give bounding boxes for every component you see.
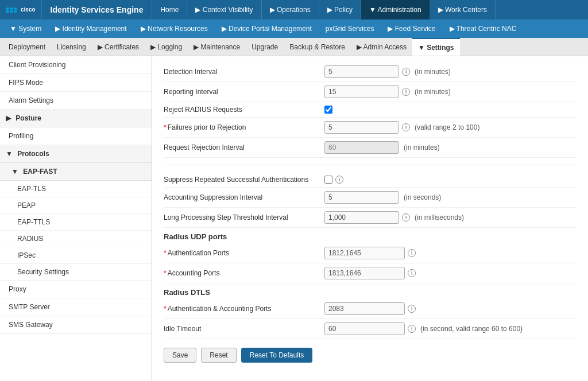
reset-defaults-button[interactable]: Reset To Defaults <box>241 348 313 363</box>
sidebar-smtp-server[interactable]: SMTP Server <box>0 298 152 316</box>
sidebar: Client Provisioning FIPS Mode Alarm Sett… <box>0 56 152 381</box>
info-accounting-ports[interactable]: i <box>408 269 416 277</box>
input-accounting-ports[interactable] <box>324 267 405 279</box>
input-idle-timeout[interactable] <box>324 322 405 335</box>
note-idle-timeout: (in second, valid range 60 to 600) <box>420 325 523 333</box>
nav2-feed-service[interactable]: ▶ Feed Service <box>381 20 442 38</box>
nav-home[interactable]: Home <box>152 0 187 20</box>
checkbox-suppress-auth[interactable] <box>324 176 332 184</box>
label-auth-ports: Authentication Ports <box>164 249 324 257</box>
row-idle-timeout: Idle Timeout i (in second, valid range 6… <box>164 319 577 339</box>
nav-work-centers[interactable]: ▶ Work Centers <box>430 0 496 20</box>
button-row: Save Reset Reset To Defaults <box>164 339 577 366</box>
cisco-text: cisco <box>21 7 36 13</box>
label-long-processing: Long Processing Step Threshold Interval <box>164 213 324 221</box>
nav2-system[interactable]: ▼ System <box>3 20 48 38</box>
nav3-backup-restore[interactable]: Backup & Restore <box>284 38 351 56</box>
sidebar-proxy[interactable]: Proxy <box>0 281 152 298</box>
row-failures-rejection: Failures prior to Rejection i (valid ran… <box>164 118 577 138</box>
top-nav: cisco Identity Services Engine Home ▶ Co… <box>0 0 588 20</box>
input-accounting-suppression[interactable] <box>324 191 399 204</box>
label-auth-accounting-ports: Authentication & Accounting Ports <box>164 305 324 313</box>
nav-policy[interactable]: ▶ Policy <box>319 0 361 20</box>
label-failures-rejection: Failures prior to Rejection <box>164 123 324 131</box>
row-reporting-interval: Reporting Interval i (in minutes) <box>164 82 577 102</box>
nav2-threat-centric[interactable]: ▶ Threat Centric NAC <box>443 20 524 38</box>
info-reporting-interval[interactable]: i <box>402 88 410 96</box>
nav3-upgrade[interactable]: Upgrade <box>246 38 284 56</box>
main-layout: Client Provisioning FIPS Mode Alarm Sett… <box>0 56 588 381</box>
content-area: Detection Interval i (in minutes) Report… <box>152 56 588 381</box>
nav3-licensing[interactable]: Licensing <box>51 38 92 56</box>
cisco-logo-dots <box>6 7 17 13</box>
sidebar-peap[interactable]: PEAP <box>0 197 152 214</box>
row-request-rejection-interval: Request Rejection Interval (in minutes) <box>164 138 577 158</box>
label-detection-interval: Detection Interval <box>164 68 324 76</box>
row-accounting-ports: Accounting Ports i <box>164 263 577 283</box>
sidebar-radius[interactable]: RADIUS <box>0 231 152 247</box>
section-radius-udp: Radius UDP ports <box>164 228 577 243</box>
nav-operations[interactable]: ▶ Operations <box>262 0 319 20</box>
nav3-admin-access[interactable]: ▶ Admin Access <box>351 38 412 56</box>
section-radius-dtls: Radius DTLS <box>164 283 577 299</box>
top-nav-items: Home ▶ Context Visibility ▶ Operations ▶… <box>152 0 588 20</box>
nav-administration[interactable]: ▼ Administration <box>361 0 430 20</box>
input-auth-ports[interactable] <box>324 247 405 259</box>
nav2-identity-mgmt[interactable]: ▶ Identity Management <box>48 20 133 38</box>
sidebar-eap-tls[interactable]: EAP-TLS <box>0 181 152 197</box>
reset-button[interactable]: Reset <box>201 348 236 363</box>
label-accounting-ports: Accounting Ports <box>164 269 324 277</box>
nav3-logging[interactable]: ▶ Logging <box>145 38 188 56</box>
divider-1 <box>164 165 577 165</box>
info-suppress-auth[interactable]: i <box>335 176 343 184</box>
info-idle-timeout[interactable]: i <box>408 325 416 333</box>
sidebar-eap-ttls[interactable]: EAP-TTLS <box>0 214 152 231</box>
app-title: Identity Services Engine <box>42 0 153 20</box>
info-failures-rejection[interactable]: i <box>402 123 410 131</box>
note-request-rejection-interval: (in minutes) <box>404 143 440 151</box>
input-failures-rejection[interactable] <box>324 121 399 134</box>
sidebar-alarm-settings[interactable]: Alarm Settings <box>0 92 152 110</box>
input-auth-accounting-ports[interactable] <box>324 302 405 315</box>
nav2-pxgrid[interactable]: pxGrid Services <box>319 20 381 38</box>
row-detection-interval: Detection Interval i (in minutes) <box>164 62 577 82</box>
nav3-certificates[interactable]: ▶ Certificates <box>92 38 145 56</box>
sidebar-eap-fast[interactable]: ▼ EAP-FAST <box>0 163 152 181</box>
nav2-network-resources[interactable]: ▶ Network Resources <box>134 20 215 38</box>
info-detection-interval[interactable]: i <box>402 68 410 76</box>
label-suppress-auth: Suppress Repeated Successful Authenticat… <box>164 176 324 184</box>
label-idle-timeout: Idle Timeout <box>164 325 324 333</box>
row-accounting-suppression: Accounting Suppression Interval (in seco… <box>164 188 577 208</box>
input-request-rejection-interval[interactable] <box>324 141 399 154</box>
note-accounting-suppression: (in seconds) <box>404 193 441 201</box>
input-long-processing[interactable] <box>324 211 399 224</box>
info-long-processing[interactable]: i <box>402 213 410 221</box>
sidebar-protocols[interactable]: ▼ Protocols <box>0 145 152 163</box>
sidebar-posture[interactable]: ▶ Posture <box>0 110 152 127</box>
note-reporting-interval: (in minutes) <box>415 88 451 96</box>
row-long-processing: Long Processing Step Threshold Interval … <box>164 208 577 228</box>
note-long-processing: (in milliseconds) <box>415 213 464 221</box>
row-auth-accounting-ports: Authentication & Accounting Ports i <box>164 299 577 319</box>
second-nav: ▼ System ▶ Identity Management ▶ Network… <box>0 20 588 38</box>
nav3-settings[interactable]: ▼ Settings <box>412 38 460 56</box>
nav2-device-portal[interactable]: ▶ Device Portal Management <box>215 20 319 38</box>
label-reporting-interval: Reporting Interval <box>164 88 324 96</box>
input-detection-interval[interactable] <box>324 65 399 78</box>
nav3-deployment[interactable]: Deployment <box>3 38 51 56</box>
label-reject-radius: Reject RADIUS Requests <box>164 106 324 114</box>
save-button[interactable]: Save <box>164 348 196 363</box>
sidebar-sms-gateway[interactable]: SMS Gateway <box>0 316 152 334</box>
sidebar-profiling[interactable]: Profiling <box>0 127 152 145</box>
sidebar-ipsec[interactable]: IPSec <box>0 247 152 264</box>
sidebar-fips-mode[interactable]: FIPS Mode <box>0 74 152 92</box>
sidebar-client-provisioning[interactable]: Client Provisioning <box>0 56 152 74</box>
info-auth-ports[interactable]: i <box>408 249 416 257</box>
checkbox-reject-radius[interactable] <box>324 106 332 114</box>
sidebar-security-settings[interactable]: Security Settings <box>0 264 152 281</box>
input-reporting-interval[interactable] <box>324 85 399 98</box>
row-reject-radius: Reject RADIUS Requests <box>164 102 577 118</box>
nav3-maintenance[interactable]: ▶ Maintenance <box>188 38 246 56</box>
info-auth-accounting-ports[interactable]: i <box>408 305 416 313</box>
nav-context-visibility[interactable]: ▶ Context Visibility <box>187 0 261 20</box>
